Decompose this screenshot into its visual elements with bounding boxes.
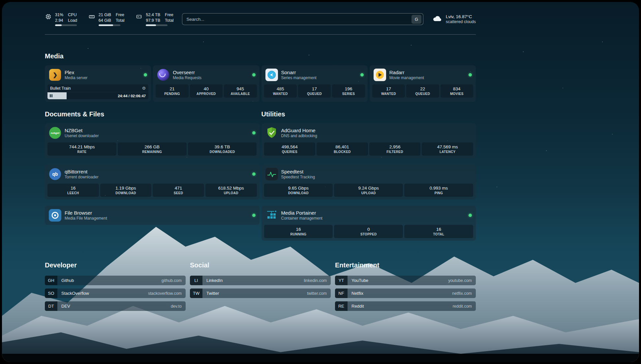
disk-label-2: Total — [165, 18, 173, 23]
service-name: NZBGet — [65, 128, 99, 133]
stat-label: WANTED — [265, 92, 295, 96]
stats-row: 21 PENDING 40 APPROVED 945 AVAILABLE — [156, 84, 257, 98]
service-name: Plex — [65, 70, 87, 75]
playback-time: 24:44 / 02:06:47 — [118, 94, 146, 98]
search-bar: G — [182, 13, 423, 25]
ram-label-2: Total — [116, 18, 124, 23]
ram-total: 64 GiB — [99, 18, 111, 23]
cpu-label-2: Load — [68, 18, 77, 23]
service-card-qbittorrent[interactable]: qb qBittorrent Torrent downloader 16 — [45, 165, 259, 199]
stat-label: SERIES — [333, 92, 363, 96]
bookmark-link[interactable]: DT DEV dev.to — [45, 301, 186, 311]
stat-tile: 744.21 Mbps RATE — [47, 142, 116, 156]
service-card-overseerr[interactable]: Overseerr Media Requests 21 PENDING — [153, 65, 259, 102]
nzbget-icon: nzbget — [49, 127, 61, 139]
bookmark-abbr: SO — [45, 288, 57, 298]
stat-label: RUNNING — [265, 232, 332, 236]
speedtest-icon — [265, 168, 278, 180]
stat-label: LEECH — [49, 191, 98, 195]
stat-value: 945 — [225, 86, 255, 91]
service-desc: Media Requests — [173, 76, 201, 80]
stats-row: 744.21 Mbps RATE 266 GB REMAINING 39.6 T… — [47, 142, 257, 156]
stats-row: 498,564 QUERIES 86,401 BLOCKED 2,956 — [264, 142, 473, 156]
bookmark-link[interactable]: YT YouTube youtube.com — [335, 276, 476, 285]
stat-value: 196 — [333, 86, 363, 91]
stat-value: 1.19 Gbps — [102, 186, 150, 191]
stat-label: REMAINING — [119, 150, 185, 154]
gear-icon[interactable]: ⚙ — [142, 86, 146, 91]
ram-icon — [88, 13, 95, 20]
disk-progress-bar — [146, 24, 168, 26]
service-desc: DNS and adblocking — [281, 134, 317, 138]
service-card-portainer[interactable]: Media Portainer Container management 16 … — [261, 206, 476, 241]
stat-tile: 1.19 Gbps DOWNLOAD — [100, 184, 152, 197]
status-dot — [252, 214, 256, 217]
service-desc: Usenet downloader — [65, 134, 99, 138]
playback-progress-bar[interactable]: 24:44 / 02:06:47 — [47, 92, 148, 99]
service-card-speedtest[interactable]: Speedtest Speedtest Tracking 9.65 Gbps D… — [261, 165, 476, 199]
service-card-nzbget[interactable]: nzbget NZBGet Usenet downloader 744.21 M… — [45, 123, 259, 158]
service-name: Media Portainer — [281, 210, 322, 216]
cpu-percent: 31% — [55, 12, 63, 17]
stat-tile: 2,956 FILTERED — [369, 142, 421, 156]
service-card-plex[interactable]: ❯ Plex Media server Bullet Train ⚙ — [45, 65, 151, 102]
stat-value: 21 — [157, 86, 187, 91]
bookmark-name: Netflix — [351, 291, 363, 296]
stat-label: DOWNLOADED — [189, 150, 256, 154]
stats-row: 16 RUNNING 0 STOPPED 16 TOTAL — [264, 225, 473, 238]
overseerr-icon — [157, 69, 169, 81]
search-provider-button[interactable]: G — [412, 15, 421, 24]
status-dot — [469, 214, 472, 217]
bookmark-abbr: TW — [190, 288, 202, 298]
cpu-load: 2.94 — [55, 18, 63, 23]
stat-value: 16 — [265, 227, 332, 232]
svg-text:nzbget: nzbget — [51, 132, 59, 135]
radarr-icon — [374, 69, 386, 81]
bookmark-abbr: GH — [45, 276, 57, 285]
bookmark-link[interactable]: TW Twitter twitter.com — [190, 288, 331, 298]
service-card-radarr[interactable]: Radarr Movie management 17 WANTED 22 — [370, 65, 476, 102]
stat-value: 47.569 ms — [423, 144, 472, 149]
stat-tile: 196 SERIES — [332, 84, 365, 98]
bookmark-link[interactable]: GH Github github.com — [45, 276, 186, 285]
section-title-social: Social — [190, 261, 331, 269]
service-card-filebrowser[interactable]: File Browser Media File Management — [45, 206, 259, 225]
stat-tile: 471 SEED — [153, 184, 204, 197]
pause-icon[interactable] — [50, 94, 52, 97]
stat-value: 471 — [154, 186, 203, 191]
bookmark-name: Twitter — [206, 291, 219, 296]
weather-location: Lviv, 16.87°C — [446, 14, 476, 19]
bookmark-link[interactable]: SO StackOverflow stackoverflow.com — [45, 288, 186, 298]
bookmark-name: YouTube — [351, 278, 368, 283]
service-card-adguard[interactable]: AdGuard Home DNS and adblocking 498,564 … — [261, 123, 476, 158]
search-input[interactable] — [186, 17, 412, 22]
stat-label: BLOCKED — [318, 150, 367, 154]
bookmark-abbr: LI — [190, 276, 202, 285]
bookmark-link[interactable]: RE Reddit reddit.com — [335, 301, 476, 311]
bookmark-domain: youtube.com — [448, 278, 472, 283]
stat-value: 0 — [335, 227, 402, 232]
stat-value: 9.65 Gbps — [265, 186, 332, 191]
stat-value: 0.993 ms — [406, 186, 472, 191]
bookmark-link[interactable]: NF Netflix netflix.com — [335, 288, 476, 298]
service-name: Overseerr — [173, 70, 201, 75]
ram-label-1: Free — [116, 12, 124, 17]
stat-label: FILTERED — [371, 150, 419, 154]
status-dot — [252, 131, 256, 135]
stat-label: QUERIES — [265, 150, 314, 154]
stat-tile: 16 RUNNING — [264, 225, 333, 238]
svg-text:qb: qb — [52, 171, 58, 177]
stat-value: 2,956 — [371, 144, 419, 149]
service-card-sonarr[interactable]: Sonarr Series management 485 WANTED — [261, 65, 368, 102]
service-desc: Torrent downloader — [65, 175, 99, 179]
bookmark-link[interactable]: LI LinkedIn linkedin.com — [190, 276, 331, 285]
plex-icon: ❯ — [49, 69, 61, 81]
filebrowser-icon — [49, 209, 61, 222]
resource-widgets: 31% CPU 2.94 Load 21 GiB — [45, 12, 173, 26]
section-title-developer: Developer — [45, 261, 186, 269]
ram-progress-bar — [99, 24, 120, 26]
snow-specks — [2, 2, 3, 3]
service-desc: Media File Management — [65, 216, 107, 221]
stat-tile: 17 QUEUED — [298, 84, 331, 98]
section-title-media: Media — [45, 52, 476, 60]
